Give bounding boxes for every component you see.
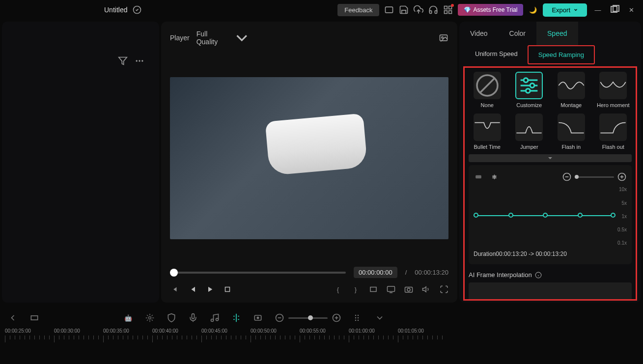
speed-sub-tabs: Uniform Speed Speed Ramping xyxy=(459,45,641,64)
svg-point-58 xyxy=(355,317,356,319)
save-icon[interactable] xyxy=(399,5,409,15)
notes-icon[interactable] xyxy=(210,313,220,323)
cloud-sync-icon[interactable] xyxy=(132,5,142,15)
tracks-icon[interactable] xyxy=(353,313,363,323)
svg-line-22 xyxy=(480,79,494,92)
emoji-icon[interactable]: 🌙 xyxy=(528,5,538,15)
preset-bullet-time[interactable]: Bullet Time xyxy=(469,113,506,150)
volume-icon[interactable] xyxy=(422,285,431,294)
minimize-button[interactable]: — xyxy=(592,4,604,16)
inspector-panel: Video Color Speed Uniform Speed Speed Ra… xyxy=(459,22,641,303)
robot-icon[interactable]: 🤖 xyxy=(123,313,133,323)
titlebar: Untitled Feedback 💎Assets Free Trial 🌙 E… xyxy=(0,0,643,20)
fullscreen-player-icon[interactable] xyxy=(440,285,448,294)
tab-uniform-speed[interactable]: Uniform Speed xyxy=(465,45,528,64)
svg-point-50 xyxy=(257,317,258,318)
ai-interpolation-label: AI Frame Interpolation xyxy=(469,271,632,279)
step-back-icon[interactable] xyxy=(188,285,196,294)
snowflake-icon[interactable]: ❄ xyxy=(489,172,499,182)
stop-icon[interactable] xyxy=(223,285,232,294)
fullscreen-icon[interactable] xyxy=(384,5,394,15)
play-icon[interactable] xyxy=(205,285,214,294)
chevron-down-icon[interactable] xyxy=(375,313,385,323)
svg-rect-41 xyxy=(192,314,194,319)
svg-rect-14 xyxy=(225,287,230,292)
display-icon[interactable] xyxy=(387,285,395,294)
zoom-out-ramp-icon[interactable] xyxy=(562,172,572,182)
zoom-in-ramp-icon[interactable] xyxy=(617,172,627,182)
keyframe-remove-icon[interactable] xyxy=(474,172,483,182)
preset-montage[interactable]: Montage xyxy=(553,72,590,109)
zoom-out-timeline-icon[interactable] xyxy=(275,313,284,323)
close-button[interactable]: ✕ xyxy=(625,4,637,16)
inspector-tabs: Video Color Speed xyxy=(459,22,641,45)
cloud-upload-icon[interactable] xyxy=(414,5,423,15)
info-icon[interactable] xyxy=(535,272,542,279)
filter-icon[interactable] xyxy=(118,56,128,66)
svg-point-24 xyxy=(524,78,528,83)
brace-right-icon[interactable]: } xyxy=(351,285,360,294)
tab-speed-ramping[interactable]: Speed Ramping xyxy=(528,45,595,64)
svg-marker-29 xyxy=(548,157,552,159)
ramp-zoom-slider[interactable] xyxy=(575,176,614,178)
ai-interpolation-select[interactable]: Frame Sampling xyxy=(469,282,632,301)
maximize-button[interactable] xyxy=(609,4,620,16)
video-preview[interactable] xyxy=(170,77,448,239)
ramp-graph[interactable]: 10x 5x 1x 0.5x 0.1x xyxy=(474,187,627,246)
brace-left-icon[interactable]: { xyxy=(334,285,342,294)
quality-select[interactable]: Full Quality xyxy=(196,28,252,47)
svg-rect-1 xyxy=(386,7,393,13)
svg-point-40 xyxy=(148,317,151,319)
svg-point-11 xyxy=(141,60,143,61)
svg-rect-5 xyxy=(449,11,452,14)
adjust-icon[interactable] xyxy=(145,313,155,323)
tab-speed[interactable]: Speed xyxy=(536,22,578,45)
player-panel: Player Full Quality 00:00:00:00 / 00:00:… xyxy=(161,22,457,303)
apps-icon[interactable] xyxy=(443,5,453,15)
tab-color[interactable]: Color xyxy=(499,22,536,45)
headphones-icon[interactable] xyxy=(428,5,438,15)
svg-marker-20 xyxy=(423,287,426,292)
timeline-ruler[interactable]: 00:00:25:0000:00:30:0000:00:35:0000:00:4… xyxy=(0,328,452,345)
total-time: 00:00:13:20 xyxy=(415,269,448,276)
player-label: Player xyxy=(170,34,190,42)
svg-rect-39 xyxy=(31,316,37,320)
prev-frame-icon[interactable] xyxy=(170,285,179,294)
export-button[interactable]: Export xyxy=(543,3,587,17)
expand-presets-button[interactable] xyxy=(469,154,632,162)
svg-point-19 xyxy=(407,288,410,291)
svg-rect-30 xyxy=(475,175,481,179)
media-panel xyxy=(2,22,159,303)
svg-point-56 xyxy=(355,315,356,316)
crop-icon[interactable] xyxy=(369,285,378,294)
svg-rect-2 xyxy=(445,6,447,9)
magnet-icon[interactable] xyxy=(231,313,241,323)
mic-icon[interactable] xyxy=(188,313,198,323)
preset-flash-out[interactable]: Flash out xyxy=(595,113,632,150)
svg-point-57 xyxy=(357,315,359,316)
marker-icon[interactable] xyxy=(253,313,263,323)
svg-point-61 xyxy=(357,320,359,321)
tab-video[interactable]: Video xyxy=(459,22,499,45)
preset-hero-moment[interactable]: Hero moment xyxy=(595,72,632,109)
svg-point-43 xyxy=(216,318,218,321)
arrow-left-icon[interactable] xyxy=(8,313,18,323)
timeline-zoom-slider[interactable] xyxy=(288,317,328,319)
current-time: 00:00:00:00 xyxy=(354,267,397,278)
preset-flash-in[interactable]: Flash in xyxy=(553,113,590,150)
ramp-editor: ❄ 10x 5x 1x 0.5x 0.1x xyxy=(469,165,632,264)
snapshot-icon[interactable] xyxy=(439,33,448,43)
camera-icon[interactable] xyxy=(404,285,413,294)
more-icon[interactable] xyxy=(135,56,144,66)
zoom-in-timeline-icon[interactable] xyxy=(332,313,341,323)
svg-marker-8 xyxy=(119,57,127,65)
preset-customize[interactable]: Customize xyxy=(511,72,548,109)
shield-icon[interactable] xyxy=(167,313,176,323)
preset-jumper[interactable]: Jumper xyxy=(511,113,548,150)
svg-point-10 xyxy=(139,60,140,61)
scrub-slider[interactable] xyxy=(170,272,346,274)
feedback-button[interactable]: Feedback xyxy=(337,4,379,16)
preset-none[interactable]: None xyxy=(469,72,506,109)
fit-icon[interactable] xyxy=(29,313,39,323)
assets-trial-button[interactable]: 💎Assets Free Trial xyxy=(458,4,523,16)
